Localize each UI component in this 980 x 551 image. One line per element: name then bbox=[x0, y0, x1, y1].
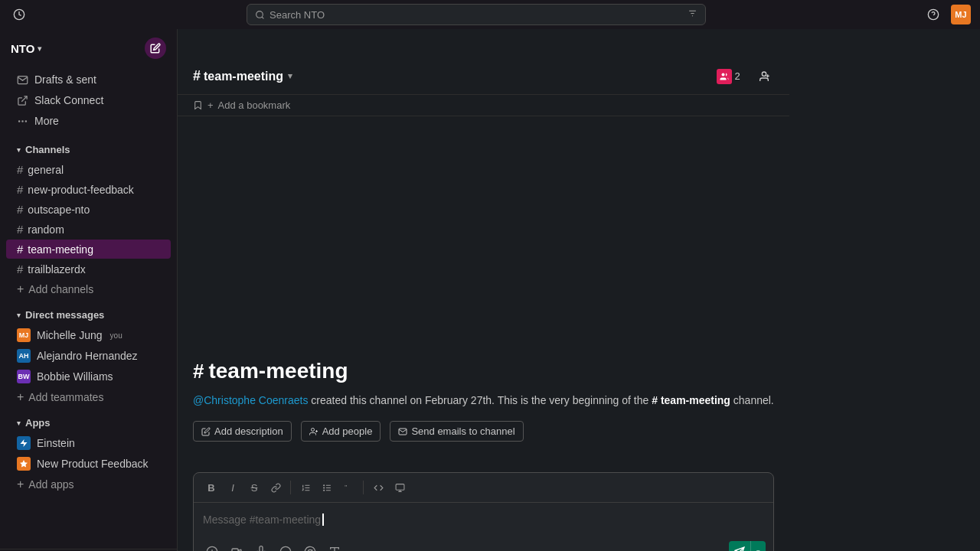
channel-label: new-product-feedback bbox=[28, 184, 134, 196]
you-badge: you bbox=[110, 331, 122, 340]
svg-point-26 bbox=[323, 484, 324, 485]
message-input-box: B I S bbox=[193, 472, 774, 551]
input-bottom: ▾ bbox=[194, 536, 773, 551]
add-teammates-label: Add teammates bbox=[28, 391, 103, 403]
add-channels-button[interactable]: + Add channels bbox=[6, 279, 171, 299]
bookmark-bar[interactable]: + Add a bookmark bbox=[178, 95, 789, 116]
toolbar-divider-2 bbox=[363, 481, 364, 494]
sidebar-item-team-meeting[interactable]: # team-meeting bbox=[6, 240, 171, 259]
message-input[interactable]: Message #team-meeting bbox=[194, 503, 773, 536]
sidebar-item-outscape-nto[interactable]: # outscape-nto bbox=[6, 200, 171, 219]
hash-icon: # bbox=[17, 223, 23, 236]
member-count: 2 bbox=[735, 70, 740, 82]
svg-rect-30 bbox=[396, 484, 404, 490]
unordered-list-icon bbox=[322, 483, 332, 493]
more-label: More bbox=[34, 115, 59, 127]
search-bar[interactable]: Search NTO bbox=[247, 4, 706, 25]
send-dropdown-button[interactable]: ▾ bbox=[750, 541, 766, 551]
dm-section-header[interactable]: ▾ Direct messages bbox=[6, 305, 171, 324]
dm-label: Michelle Jung bbox=[37, 329, 103, 341]
sidebar-item-new-product-feedback[interactable]: # new-product-feedback bbox=[6, 180, 171, 199]
huddle-button[interactable] bbox=[226, 541, 247, 551]
sidebar-item-general[interactable]: # general bbox=[6, 160, 171, 179]
app-item-new-product-feedback[interactable]: New Product Feedback bbox=[6, 454, 171, 474]
einstein-app-icon bbox=[17, 436, 31, 450]
app-label: New Product Feedback bbox=[37, 458, 149, 470]
code-block-button[interactable] bbox=[390, 478, 410, 497]
history-icon[interactable] bbox=[9, 5, 29, 24]
intro-desc-end: channel. bbox=[733, 394, 774, 406]
link-button[interactable] bbox=[266, 478, 286, 497]
svg-text:": " bbox=[345, 483, 348, 491]
format-button[interactable] bbox=[324, 541, 345, 551]
send-button[interactable] bbox=[729, 541, 750, 551]
strikethrough-button[interactable]: S bbox=[244, 478, 264, 497]
intro-bold-channel: team-meeting bbox=[661, 394, 730, 406]
emoji-icon bbox=[279, 546, 292, 551]
apps-section-header[interactable]: ▾ Apps bbox=[6, 413, 171, 432]
channels-section-label: Channels bbox=[25, 144, 70, 155]
sidebar-item-slackconnect[interactable]: Slack Connect bbox=[6, 90, 171, 110]
intro-bold-hash: # bbox=[652, 394, 658, 406]
camera-icon bbox=[230, 546, 243, 551]
apps-section-label: Apps bbox=[25, 417, 51, 429]
code-icon bbox=[374, 483, 384, 493]
add-teammates-button[interactable]: + Add teammates bbox=[6, 387, 171, 407]
attach-button[interactable] bbox=[201, 541, 223, 551]
channels-section-header[interactable]: ▾ Channels bbox=[6, 140, 171, 159]
channel-name-label: team-meeting bbox=[204, 70, 283, 83]
unordered-list-button[interactable] bbox=[317, 478, 337, 497]
channel-header-right: 2 bbox=[710, 66, 774, 87]
dm-item-bobbie[interactable]: BW Bobbie Williams bbox=[6, 367, 171, 386]
blockquote-icon: " bbox=[344, 483, 354, 493]
intro-mention: @Christophe Coenraets bbox=[193, 394, 308, 406]
plus-icon bbox=[206, 546, 218, 551]
workspace-name[interactable]: NTO ▾ bbox=[11, 42, 41, 55]
message-input-wrapper: B I S bbox=[178, 465, 789, 551]
message-placeholder: Message #team-meeting bbox=[203, 514, 321, 526]
italic-button[interactable]: I bbox=[223, 478, 243, 497]
add-people-button[interactable]: Add people bbox=[301, 421, 381, 442]
send-emails-button[interactable]: Send emails to channel bbox=[390, 421, 523, 442]
code-button[interactable] bbox=[368, 478, 388, 497]
help-icon[interactable] bbox=[923, 5, 943, 24]
intro-desc-text: created this channel on February 27th. T… bbox=[308, 394, 652, 406]
channels-section: ▾ Channels # general # new-product-feedb… bbox=[0, 139, 177, 300]
members-button[interactable]: 2 bbox=[710, 66, 746, 87]
sidebar-item-drafts[interactable]: Drafts & sent bbox=[6, 70, 171, 90]
svg-point-28 bbox=[323, 490, 324, 491]
add-description-button[interactable]: Add description bbox=[193, 421, 292, 442]
sidebar: NTO ▾ Drafts & sent bbox=[0, 29, 178, 551]
emoji-button[interactable] bbox=[275, 541, 296, 551]
sidebar-item-trailblazerdx[interactable]: # trailblazerdx bbox=[6, 259, 171, 279]
hash-icon: # bbox=[17, 243, 23, 256]
bold-button[interactable]: B bbox=[201, 478, 221, 497]
add-member-icon[interactable] bbox=[754, 67, 774, 86]
app-item-einstein[interactable]: Einstein bbox=[6, 433, 171, 453]
hash-icon: # bbox=[17, 262, 23, 276]
dm-item-michelle[interactable]: MJ Michelle Jung you bbox=[6, 325, 171, 345]
blockquote-button[interactable]: " bbox=[338, 478, 358, 497]
ordered-list-button[interactable] bbox=[296, 478, 315, 497]
hash-icon: # bbox=[17, 183, 23, 196]
svg-line-8 bbox=[21, 96, 27, 101]
avatar-initials: MJ bbox=[955, 10, 966, 19]
sidebar-item-more[interactable]: More bbox=[6, 111, 171, 131]
more-icon bbox=[17, 116, 28, 127]
audio-button[interactable] bbox=[250, 541, 272, 551]
channel-title-chevron: ▾ bbox=[288, 71, 292, 81]
compose-button[interactable] bbox=[145, 37, 166, 59]
bookmark-label: Add a bookmark bbox=[218, 99, 291, 111]
channel-title[interactable]: # team-meeting ▾ bbox=[193, 68, 292, 84]
user-avatar[interactable]: MJ bbox=[951, 5, 971, 24]
topbar-left bbox=[9, 5, 29, 24]
send-emails-label: Send emails to channel bbox=[411, 425, 514, 437]
mention-button[interactable] bbox=[299, 541, 321, 551]
add-apps-button[interactable]: + Add apps bbox=[6, 474, 171, 494]
dm-item-alejandro[interactable]: AH Alejandro Hernandez bbox=[6, 346, 171, 366]
channel-intro-description: @Christophe Coenraets created this chann… bbox=[193, 393, 774, 409]
sidebar-item-random[interactable]: # random bbox=[6, 220, 171, 239]
sidebar-header: NTO ▾ bbox=[0, 29, 177, 66]
add-person-icon bbox=[758, 70, 770, 83]
link-icon bbox=[271, 483, 281, 493]
